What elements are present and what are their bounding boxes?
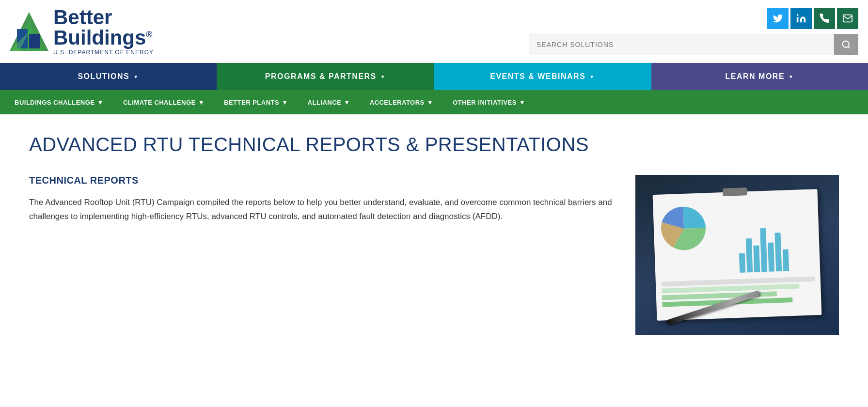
header-right — [529, 8, 858, 55]
linkedin-icon[interactable] — [790, 8, 812, 29]
email-icon[interactable] — [837, 8, 858, 29]
nav-solutions-arrow: ▼ — [133, 74, 139, 79]
twitter-icon[interactable] — [767, 8, 789, 29]
subnav-buildings-challenge[interactable]: BUILDINGS CHALLENGE ▼ — [5, 90, 113, 114]
nav-learn-arrow: ▼ — [789, 74, 794, 79]
svg-rect-3 — [29, 34, 40, 48]
pie-chart — [659, 204, 709, 253]
svg-line-7 — [848, 46, 850, 48]
site-header: Better Buildings® U.S. DEPARTMENT OF ENE… — [0, 0, 868, 63]
chart-background — [635, 175, 839, 335]
logo-icon — [10, 12, 48, 51]
svg-point-5 — [797, 14, 799, 16]
search-area — [529, 34, 858, 55]
page-title: ADVANCED RTU TECHNICAL REPORTS & PRESENT… — [29, 134, 839, 156]
nav-programs-partners[interactable]: PROGRAMS & PARTNERS ▼ — [217, 63, 434, 90]
logo-subtitle: U.S. DEPARTMENT OF ENERGY — [53, 49, 154, 56]
nav-learn-more[interactable]: LEARN MORE ▼ — [651, 63, 868, 90]
subnav-better-plants[interactable]: BETTER PLANTS ▼ — [214, 90, 298, 114]
chart-area — [659, 195, 814, 278]
nav-programs-arrow: ▼ — [380, 74, 386, 79]
bar-group — [712, 212, 814, 274]
social-icons — [767, 8, 858, 29]
page-content: ADVANCED RTU TECHNICAL REPORTS & PRESENT… — [0, 114, 868, 354]
section-body: The Advanced Rooftop Unit (RTU) Campaign… — [29, 196, 616, 224]
main-nav: SOLUTIONS ▼ PROGRAMS & PARTNERS ▼ EVENTS… — [0, 63, 868, 90]
svg-point-6 — [843, 41, 849, 47]
subnav-accelerators[interactable]: ACCELERATORS ▼ — [360, 90, 443, 114]
nav-events-arrow: ▼ — [589, 74, 595, 79]
nav-events-webinars[interactable]: EVENTS & WEBINARS ▼ — [434, 63, 651, 90]
subnav-other-initiatives[interactable]: OTHER INITIATIVES ▼ — [443, 90, 535, 114]
clipboard-clip — [723, 188, 747, 196]
logo-title-text: Better Buildings® — [53, 7, 154, 48]
content-section: TECHNICAL REPORTS The Advanced Rooftop U… — [29, 175, 839, 335]
logo-area[interactable]: Better Buildings® U.S. DEPARTMENT OF ENE… — [10, 7, 154, 56]
bar-chart — [712, 195, 814, 276]
content-text: TECHNICAL REPORTS The Advanced Rooftop U… — [29, 175, 616, 224]
nav-solutions[interactable]: SOLUTIONS ▼ — [0, 63, 217, 90]
search-input[interactable] — [529, 34, 834, 55]
search-button[interactable] — [834, 34, 858, 55]
search-icon — [841, 40, 851, 49]
subnav-alliance[interactable]: ALLIANCE ▼ — [298, 90, 360, 114]
sub-nav: BUILDINGS CHALLENGE ▼ CLIMATE CHALLENGE … — [0, 90, 868, 114]
phone-icon[interactable] — [814, 8, 835, 29]
subnav-climate-challenge[interactable]: CLIMATE CHALLENGE ▼ — [113, 90, 214, 114]
logo-text: Better Buildings® U.S. DEPARTMENT OF ENE… — [53, 7, 154, 56]
content-image — [635, 175, 839, 335]
section-heading: TECHNICAL REPORTS — [29, 175, 616, 186]
